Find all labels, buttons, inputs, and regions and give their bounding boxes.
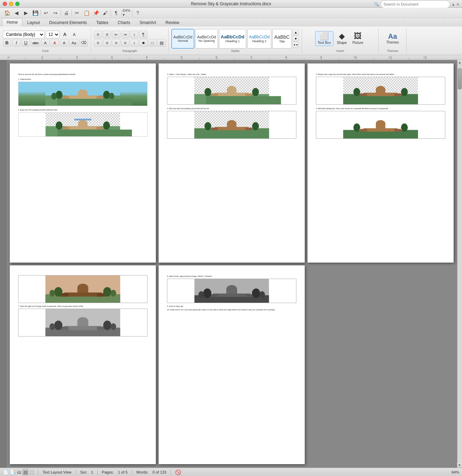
styles-scroll-up[interactable]: ▲ <box>293 29 299 36</box>
style-heading1[interactable]: AaBbCcDd Heading 1 <box>219 29 246 48</box>
style-title[interactable]: AaBbC Title <box>272 29 291 48</box>
strikethrough-btn[interactable]: abc <box>31 39 40 47</box>
font-size-select[interactable]: 12 <box>46 31 60 38</box>
home-icon[interactable]: 🏠 <box>3 9 11 17</box>
line-spacing-btn[interactable]: ↕ <box>130 39 138 47</box>
font-grow-btn[interactable]: A <box>61 31 69 38</box>
sort-btn[interactable]: ↕ <box>130 31 138 38</box>
undo-icon[interactable]: ↩ <box>42 9 50 17</box>
shading-btn[interactable]: ■ <box>139 39 147 47</box>
svg-rect-74 <box>211 93 218 96</box>
paste-icon[interactable]: 📌 <box>92 9 100 17</box>
svg-rect-44 <box>96 96 103 99</box>
clear-format-btn[interactable]: ⌫ <box>79 39 88 47</box>
tab-smartart[interactable]: SmartArt <box>135 18 160 27</box>
cut-icon[interactable]: ✂ <box>73 9 81 17</box>
window-controls <box>3 2 20 6</box>
format-painter[interactable]: 🖌 <box>101 9 109 17</box>
insert-textbox-btn[interactable]: ⬜ Text Box <box>315 31 333 46</box>
indent-btn[interactable]: ⇒ <box>121 31 129 38</box>
tab-document-elements[interactable]: Document Elements <box>45 18 91 27</box>
back-btn[interactable]: ◀ <box>12 9 21 17</box>
highlight-btn[interactable]: A <box>51 39 59 47</box>
left-sidebar <box>0 60 6 468</box>
page-3: 5. Repeat color range sky removal step a… <box>308 63 454 263</box>
svg-rect-102 <box>394 93 401 96</box>
redo-icon[interactable]: ↪ <box>51 9 60 17</box>
styles-scroll-control[interactable]: ▲ ▼ ▼▼ <box>293 29 299 48</box>
align-center-btn[interactable]: ≡ <box>103 39 111 47</box>
status-sep5 <box>171 470 171 475</box>
text-effects-btn[interactable]: A <box>41 39 50 47</box>
style-normal[interactable]: AaBbCcDd Normal <box>172 29 194 48</box>
case-btn[interactable]: Aa <box>69 39 78 47</box>
bold-btn[interactable]: B <box>3 39 11 47</box>
style-h2-preview: AaBbCcDd <box>249 35 270 39</box>
svg-text:11: 11 <box>388 56 391 59</box>
outdent-btn[interactable]: ⇐ <box>112 31 120 38</box>
svg-point-113 <box>401 123 408 131</box>
insert-picture-btn[interactable]: 🖼 Picture <box>350 32 365 45</box>
font-name-select[interactable]: Cambria (Body) <box>3 31 45 38</box>
minimize-button[interactable] <box>9 2 13 6</box>
maximize-button[interactable] <box>15 2 20 6</box>
svg-rect-101 <box>360 93 367 96</box>
font-shrink-btn[interactable]: A <box>70 31 78 38</box>
scroll-up-btn[interactable]: ▲ <box>457 60 462 65</box>
copy-icon[interactable]: 📋 <box>82 9 91 17</box>
tab-tables[interactable]: Tables <box>92 18 113 27</box>
scroll-track[interactable] <box>457 65 462 468</box>
page3-img5 <box>316 77 445 105</box>
columns-btn[interactable]: ▤ <box>157 39 166 47</box>
tab-charts[interactable]: Charts <box>113 18 135 27</box>
align-left-btn[interactable]: ≡ <box>94 39 102 47</box>
pilcrow-icon[interactable]: ¶ <box>112 9 120 17</box>
bullets-btn[interactable]: ≡ <box>94 31 102 38</box>
tab-layout[interactable]: Layout <box>23 18 44 27</box>
zoom-control[interactable]: 64% ▾ <box>123 9 131 17</box>
justify-btn[interactable]: ≡ <box>121 39 129 47</box>
tab-review[interactable]: Review <box>161 18 183 27</box>
view-icon-4[interactable]: ▤ <box>23 469 28 475</box>
underline-btn[interactable]: U <box>22 39 30 47</box>
expand-icon[interactable]: ▲ <box>452 2 455 6</box>
scroll-thumb[interactable] <box>458 68 462 89</box>
themes-btn[interactable]: Aa Themes <box>384 32 401 45</box>
document-canvas[interactable]: How to remove the sky from a photo and g… <box>6 60 457 468</box>
view-icon-1[interactable]: 📄 <box>3 469 8 475</box>
style-no-spacing[interactable]: AaBbCcDd No Spacing <box>195 29 218 48</box>
show-marks-btn[interactable]: ¶ <box>139 31 147 38</box>
status-sep3 <box>97 470 98 475</box>
borders-btn[interactable]: □ <box>148 39 157 47</box>
view-icon-3[interactable]: 🗂 <box>17 469 21 475</box>
align-right-btn[interactable]: ≡ <box>112 39 120 47</box>
view-icon-2[interactable]: 📑 <box>10 469 15 475</box>
page1-step1: 1. Original photo. <box>18 78 147 81</box>
right-scrollbar[interactable]: ▲ ▼ <box>457 60 462 468</box>
style-nospace-label: No Spacing <box>198 39 215 43</box>
svg-point-133 <box>103 320 111 330</box>
scroll-down-btn[interactable]: ▼ <box>457 463 462 468</box>
view-icon-5[interactable]: ⬚ <box>30 469 34 475</box>
save-icon[interactable]: 💾 <box>31 9 39 17</box>
numbering-btn[interactable]: ≡ <box>103 31 111 38</box>
tab-home[interactable]: Home <box>2 18 22 27</box>
styles-scroll-down[interactable]: ▼ <box>293 36 299 42</box>
italic-btn[interactable]: I <box>12 39 21 47</box>
styles-scroll-more[interactable]: ▼▼ <box>293 42 299 48</box>
print-icon[interactable]: 🖨 <box>62 9 70 17</box>
help-icon[interactable]: ? <box>134 9 142 17</box>
forward-btn[interactable]: ▶ <box>22 9 30 17</box>
insert-shape-btn[interactable]: ◆ Shape <box>335 32 349 45</box>
img8-svg <box>167 279 296 303</box>
search-input[interactable] <box>380 0 450 8</box>
error-icon[interactable]: 🚫 <box>175 469 181 475</box>
collapse-icon[interactable]: ✕ <box>456 2 459 6</box>
style-title-label: Title <box>279 40 285 43</box>
svg-rect-49 <box>58 99 132 105</box>
img7b-svg <box>18 309 147 336</box>
close-button[interactable] <box>3 2 7 6</box>
style-heading2[interactable]: AaBbCcDd Heading 2 <box>247 29 271 48</box>
shape-label: Shape <box>337 41 347 45</box>
font-color-btn[interactable]: A <box>60 39 68 47</box>
